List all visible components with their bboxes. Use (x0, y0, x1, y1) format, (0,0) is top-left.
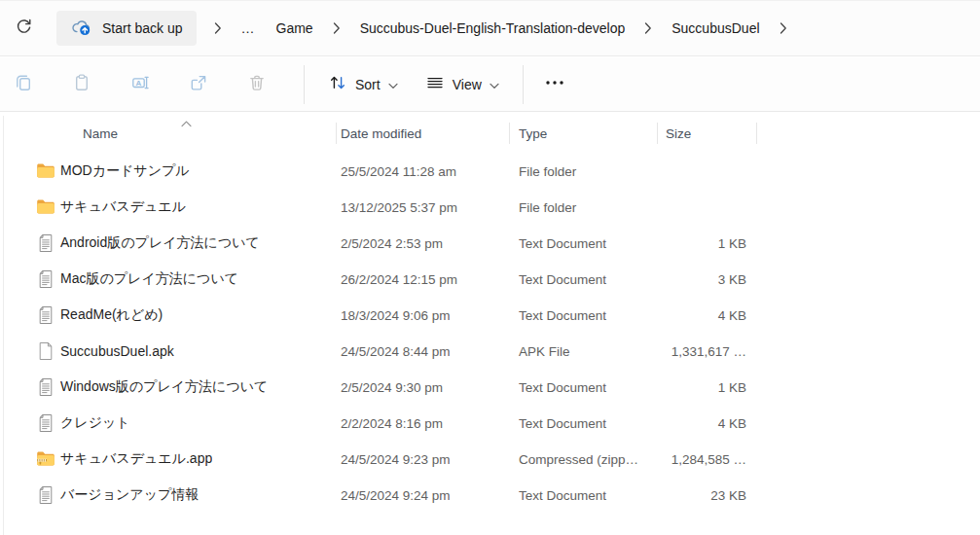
file-name: Android版のプレイ方法について (60, 234, 260, 252)
file-date-modified: 24/5/2024 9:24 pm (341, 487, 451, 502)
column-headers: Name Date modified Type Size (4, 117, 980, 150)
toolbar: A Sort (0, 57, 980, 112)
breadcrumb: Start back up … Game Succubus-Duel-Engli… (56, 11, 970, 46)
file-type: File folder (519, 199, 576, 214)
column-header-type[interactable]: Type (519, 117, 547, 150)
file-date-modified: 26/2/2024 12:15 pm (341, 271, 457, 286)
delete-button[interactable] (236, 66, 278, 103)
file-date-modified: 2/5/2024 9:30 pm (341, 379, 443, 394)
view-button-label: View (453, 77, 482, 92)
file-icon (36, 341, 55, 361)
file-row[interactable]: サキュバスデュエル 13/12/2025 5:37 pm File folder (4, 189, 980, 225)
address-bar: Start back up … Game Succubus-Duel-Engli… (0, 0, 980, 56)
chevron-right-icon[interactable] (214, 22, 222, 34)
sort-button[interactable]: Sort (314, 66, 412, 103)
breadcrumb-succubusduel[interactable]: SuccubusDuel (670, 17, 761, 40)
file-name: Windows版のプレイ方法について (60, 378, 268, 396)
file-name: クレジット (60, 414, 130, 432)
file-size: 4 KB (588, 415, 746, 430)
file-row[interactable]: Android版のプレイ方法について 2/5/2024 2:53 pm Text… (4, 225, 980, 261)
sort-icon (328, 73, 347, 95)
sort-button-label: Sort (355, 77, 381, 92)
view-icon (425, 73, 445, 95)
file-date-modified: 18/3/2024 9:06 pm (341, 307, 451, 322)
file-name: バージョンアップ情報 (60, 486, 199, 504)
file-name: SuccubusDuel.apk (60, 343, 174, 359)
text-document-icon (36, 269, 55, 289)
file-name: MODカードサンプル (60, 162, 190, 180)
toolbar-divider (304, 65, 305, 104)
file-row[interactable]: Windows版のプレイ方法について 2/5/2024 9:30 pm Text… (4, 369, 980, 405)
file-name: ReadMe(れどめ) (60, 306, 163, 324)
text-document-icon (36, 377, 55, 397)
file-name: Mac版のプレイ方法について (60, 270, 238, 288)
paste-button[interactable] (60, 66, 103, 103)
file-row[interactable]: ReadMe(れどめ) 18/3/2024 9:06 pm Text Docum… (4, 297, 980, 333)
file-date-modified: 2/2/2024 8:16 pm (341, 415, 443, 430)
sort-ascending-icon (181, 114, 192, 131)
file-type: APK File (519, 343, 570, 358)
refresh-icon (15, 18, 33, 39)
file-size: 1 KB (588, 379, 746, 394)
file-size: 1 KB (588, 235, 746, 250)
file-size: 1,331,617 … (588, 343, 746, 358)
chevron-down-icon (490, 77, 499, 92)
text-document-icon (36, 233, 55, 253)
chevron-right-icon[interactable] (644, 22, 652, 34)
more-options-button[interactable] (533, 66, 576, 103)
folder-icon (36, 197, 55, 217)
column-header-date-modified[interactable]: Date modified (341, 117, 421, 150)
view-button[interactable]: View (412, 66, 513, 103)
file-date-modified: 13/12/2025 5:37 pm (341, 199, 457, 214)
column-resize-handle[interactable] (336, 123, 337, 144)
breadcrumb-translation-develop[interactable]: Succubus-Duel-English-Translation-develo… (358, 17, 628, 40)
file-size: 23 KB (588, 487, 746, 502)
toolbar-divider (523, 65, 524, 104)
rename-button[interactable]: A (119, 66, 162, 103)
file-row[interactable]: サキュバスデュエル.app 24/5/2024 9:23 pm Compress… (4, 441, 980, 477)
column-resize-handle[interactable] (509, 123, 510, 144)
refresh-button[interactable] (8, 13, 39, 44)
file-type: File folder (519, 163, 576, 178)
svg-text:A: A (135, 79, 141, 88)
zip-folder-icon (36, 449, 55, 469)
ellipsis-icon (544, 73, 565, 95)
start-backup-button[interactable]: Start back up (56, 11, 197, 46)
file-name: サキュバスデュエル (60, 198, 186, 216)
share-button[interactable] (177, 66, 220, 103)
folder-icon (36, 161, 55, 181)
file-row[interactable]: Mac版のプレイ方法について 26/2/2024 12:15 pm Text D… (4, 261, 980, 297)
chevron-right-icon[interactable] (333, 22, 341, 34)
breadcrumb-ellipsis[interactable]: … (239, 17, 257, 40)
onedrive-cloud-icon (70, 18, 93, 39)
file-list: MODカードサンプル 25/5/2024 11:28 am File folde… (4, 153, 980, 513)
text-document-icon (36, 305, 55, 325)
file-row[interactable]: クレジット 2/2/2024 8:16 pm Text Document 4 K… (4, 405, 980, 441)
file-row[interactable]: SuccubusDuel.apk 24/5/2024 8:44 pm APK F… (4, 333, 980, 369)
file-size: 4 KB (588, 307, 746, 322)
paste-icon (72, 73, 91, 95)
file-size: 1,284,585 … (588, 451, 746, 466)
file-row[interactable]: バージョンアップ情報 24/5/2024 9:24 pm Text Docume… (4, 477, 980, 513)
column-resize-handle[interactable] (657, 123, 658, 144)
file-date-modified: 25/5/2024 11:28 am (341, 163, 456, 178)
rename-icon: A (130, 73, 150, 95)
copy-icon (14, 73, 33, 95)
column-resize-handle[interactable] (756, 123, 757, 144)
file-date-modified: 24/5/2024 8:44 pm (341, 343, 451, 358)
breadcrumb-game[interactable]: Game (274, 17, 315, 40)
chevron-down-icon (388, 77, 398, 92)
start-backup-label: Start back up (102, 20, 183, 36)
copy-button[interactable] (2, 66, 45, 103)
file-date-modified: 2/5/2024 2:53 pm (341, 235, 443, 250)
chevron-right-icon[interactable] (780, 22, 787, 34)
column-header-size[interactable]: Size (666, 117, 691, 150)
delete-icon (247, 73, 267, 95)
share-icon (189, 73, 208, 95)
file-row[interactable]: MODカードサンプル 25/5/2024 11:28 am File folde… (4, 153, 980, 189)
text-document-icon (36, 413, 55, 433)
file-name: サキュバスデュエル.app (60, 450, 212, 468)
column-header-name[interactable]: Name (83, 117, 118, 150)
text-document-icon (36, 485, 55, 505)
file-size: 3 KB (588, 271, 746, 286)
